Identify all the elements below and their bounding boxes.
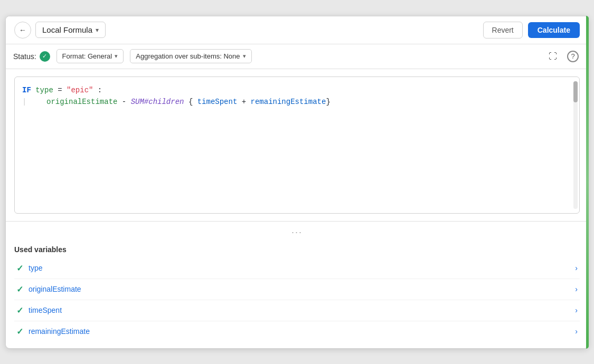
variable-item-remaining-estimate[interactable]: ✓ remainingEstimate › <box>14 321 580 342</box>
time-spent-var: timeSpent <box>197 96 238 108</box>
editor-container: IF type = "epic" : | originalEstimate - … <box>6 69 588 222</box>
variable-left-type: ✓ type <box>16 263 42 273</box>
line-bar: | <box>22 96 26 108</box>
status-label: Status: <box>13 52 36 61</box>
chevron-icon-remaining-estimate: › <box>575 327 578 336</box>
back-icon: ← <box>19 26 26 34</box>
colon-op: : <box>93 84 102 96</box>
variable-name-time-spent: timeSpent <box>29 306 62 314</box>
page-title: Local Formula <box>42 25 92 34</box>
chevron-icon-time-spent: › <box>575 306 578 314</box>
header: ← Local Formula ▾ Revert Calculate <box>6 16 588 44</box>
expand-button[interactable]: ⛶ <box>545 49 561 64</box>
original-estimate-var: originalEstimate <box>29 96 117 108</box>
chevron-icon-original-estimate: › <box>575 285 578 293</box>
variable-left-original-estimate: ✓ originalEstimate <box>16 284 81 294</box>
expand-icon: ⛶ <box>549 52 557 61</box>
header-right: Revert Calculate <box>483 22 580 39</box>
code-line-1: IF type = "epic" : <box>22 84 572 96</box>
if-keyword: IF <box>22 84 31 96</box>
aggregation-chevron-icon: ▾ <box>243 53 246 60</box>
check-icon-original-estimate: ✓ <box>16 284 23 294</box>
variable-name-original-estimate: originalEstimate <box>29 285 81 293</box>
variable-left-remaining-estimate: ✓ remainingEstimate <box>16 327 90 337</box>
title-dropdown[interactable]: Local Formula ▾ <box>35 22 106 38</box>
status-badge: Status: ✓ <box>13 51 50 62</box>
check-icon-type: ✓ <box>16 263 23 273</box>
minus-op: - <box>117 96 130 108</box>
header-left: ← Local Formula ▾ <box>14 22 106 39</box>
calculate-button[interactable]: Calculate <box>528 22 580 38</box>
aggregation-label: Aggregation over sub-items: None <box>136 52 240 60</box>
aggregation-dropdown[interactable]: Aggregation over sub-items: None ▾ <box>130 49 251 63</box>
scrollbar-thumb[interactable] <box>573 81 578 102</box>
help-icon: ? <box>567 51 579 62</box>
revert-button[interactable]: Revert <box>483 22 523 39</box>
toolbar: Status: ✓ Format: General ▾ Aggregation … <box>6 44 588 69</box>
plus-op: + <box>237 96 250 108</box>
help-button[interactable]: ? <box>565 49 581 64</box>
variable-name-type: type <box>29 264 42 272</box>
format-label: Format: General <box>62 52 112 60</box>
check-icon-remaining-estimate: ✓ <box>16 327 23 337</box>
brace-close: } <box>326 96 330 108</box>
remaining-estimate-var: remainingEstimate <box>251 96 326 108</box>
scrollbar-track[interactable] <box>573 81 578 209</box>
code-editor[interactable]: IF type = "epic" : | originalEstimate - … <box>14 76 580 214</box>
toolbar-left: Status: ✓ Format: General ▾ Aggregation … <box>13 49 252 63</box>
type-var: type <box>31 84 58 96</box>
back-button[interactable]: ← <box>14 22 31 39</box>
variable-name-remaining-estimate: remainingEstimate <box>29 327 90 336</box>
variables-title: Used variables <box>14 245 580 254</box>
variable-item-original-estimate[interactable]: ✓ originalEstimate › <box>14 279 580 300</box>
green-accent <box>586 16 589 349</box>
chevron-icon-type: › <box>575 264 578 272</box>
code-line-2: | originalEstimate - SUM#children { time… <box>22 96 572 108</box>
variable-left-time-spent: ✓ timeSpent <box>16 305 62 315</box>
toolbar-right: ⛶ ? <box>545 49 581 64</box>
variables-section: Used variables ✓ type › ✓ originalEstima… <box>6 239 588 348</box>
variable-item-time-spent[interactable]: ✓ timeSpent › <box>14 300 580 321</box>
status-check-icon: ✓ <box>40 51 50 62</box>
resize-handle[interactable]: ... <box>6 222 588 239</box>
brace-open: { <box>184 96 197 108</box>
variable-item-type[interactable]: ✓ type › <box>14 258 580 279</box>
format-dropdown[interactable]: Format: General ▾ <box>56 49 124 63</box>
epic-string: "epic" <box>62 84 93 96</box>
title-chevron-icon: ▾ <box>96 26 99 34</box>
sum-children-fn: SUM#children <box>131 96 184 108</box>
format-chevron-icon: ▾ <box>115 53 118 60</box>
equals-op: = <box>58 84 62 96</box>
check-icon-time-spent: ✓ <box>16 305 23 315</box>
